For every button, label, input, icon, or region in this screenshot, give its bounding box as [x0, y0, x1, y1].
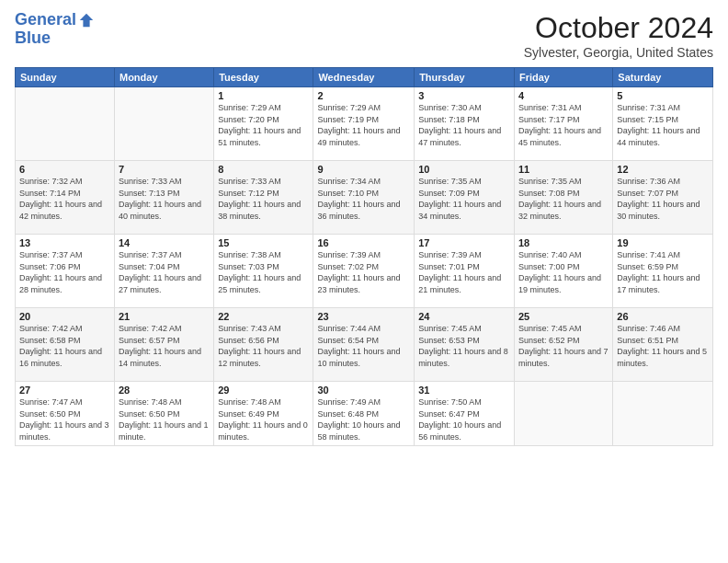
calendar-cell	[514, 382, 612, 446]
day-number: 26	[617, 311, 709, 322]
day-info: Sunrise: 7:46 AM Sunset: 6:51 PM Dayligh…	[617, 323, 709, 369]
day-number: 23	[317, 311, 410, 322]
day-number: 8	[218, 164, 309, 175]
header: General Blue October 2024 Sylvester, Geo…	[15, 11, 713, 60]
day-info: Sunrise: 7:30 AM Sunset: 7:18 PM Dayligh…	[418, 102, 510, 148]
day-number: 22	[218, 311, 309, 322]
day-number: 24	[418, 311, 510, 322]
calendar-cell: 20Sunrise: 7:42 AM Sunset: 6:58 PM Dayli…	[16, 308, 115, 382]
title-block: October 2024 Sylvester, Georgia, United …	[524, 11, 713, 60]
calendar-cell: 28Sunrise: 7:48 AM Sunset: 6:50 PM Dayli…	[114, 382, 213, 446]
calendar-cell: 10Sunrise: 7:35 AM Sunset: 7:09 PM Dayli…	[415, 161, 515, 235]
day-number: 14	[119, 237, 210, 248]
calendar-week-row: 13Sunrise: 7:37 AM Sunset: 7:06 PM Dayli…	[16, 235, 713, 308]
calendar-cell: 1Sunrise: 7:29 AM Sunset: 7:20 PM Daylig…	[214, 87, 313, 161]
month-title: October 2024	[524, 11, 713, 45]
day-number: 31	[418, 385, 510, 396]
day-info: Sunrise: 7:39 AM Sunset: 7:01 PM Dayligh…	[418, 249, 510, 295]
logo-text-general: General	[15, 11, 76, 29]
day-info: Sunrise: 7:48 AM Sunset: 6:49 PM Dayligh…	[218, 396, 309, 442]
day-info: Sunrise: 7:33 AM Sunset: 7:13 PM Dayligh…	[119, 176, 210, 222]
day-info: Sunrise: 7:47 AM Sunset: 6:50 PM Dayligh…	[19, 396, 110, 442]
day-info: Sunrise: 7:48 AM Sunset: 6:50 PM Dayligh…	[119, 396, 210, 442]
day-info: Sunrise: 7:37 AM Sunset: 7:06 PM Dayligh…	[19, 249, 110, 295]
calendar-cell: 31Sunrise: 7:50 AM Sunset: 6:47 PM Dayli…	[415, 382, 515, 446]
day-number: 9	[317, 164, 410, 175]
day-info: Sunrise: 7:42 AM Sunset: 6:57 PM Dayligh…	[119, 323, 210, 369]
logo: General Blue	[15, 11, 95, 48]
calendar: SundayMondayTuesdayWednesdayThursdayFrid…	[15, 67, 713, 446]
day-info: Sunrise: 7:35 AM Sunset: 7:08 PM Dayligh…	[518, 176, 609, 222]
calendar-cell: 30Sunrise: 7:49 AM Sunset: 6:48 PM Dayli…	[313, 382, 415, 446]
day-number: 12	[617, 164, 709, 175]
day-number: 15	[218, 237, 309, 248]
svg-marker-0	[80, 14, 93, 27]
day-info: Sunrise: 7:37 AM Sunset: 7:04 PM Dayligh…	[119, 249, 210, 295]
day-header-saturday: Saturday	[613, 68, 713, 87]
calendar-cell: 14Sunrise: 7:37 AM Sunset: 7:04 PM Dayli…	[114, 235, 213, 308]
calendar-cell: 19Sunrise: 7:41 AM Sunset: 6:59 PM Dayli…	[613, 235, 713, 308]
calendar-cell: 12Sunrise: 7:36 AM Sunset: 7:07 PM Dayli…	[613, 161, 713, 235]
day-number: 5	[617, 90, 709, 101]
day-number: 4	[518, 90, 609, 101]
day-number: 27	[19, 385, 110, 396]
calendar-cell: 11Sunrise: 7:35 AM Sunset: 7:08 PM Dayli…	[514, 161, 612, 235]
day-info: Sunrise: 7:29 AM Sunset: 7:19 PM Dayligh…	[317, 102, 410, 148]
calendar-cell	[114, 87, 213, 161]
day-number: 6	[19, 164, 110, 175]
day-info: Sunrise: 7:45 AM Sunset: 6:53 PM Dayligh…	[418, 323, 510, 369]
day-number: 1	[218, 90, 309, 101]
day-info: Sunrise: 7:49 AM Sunset: 6:48 PM Dayligh…	[317, 396, 410, 442]
logo-icon	[78, 12, 95, 29]
calendar-cell: 15Sunrise: 7:38 AM Sunset: 7:03 PM Dayli…	[214, 235, 313, 308]
day-info: Sunrise: 7:42 AM Sunset: 6:58 PM Dayligh…	[19, 323, 110, 369]
day-info: Sunrise: 7:45 AM Sunset: 6:52 PM Dayligh…	[518, 323, 609, 369]
day-number: 30	[317, 385, 410, 396]
calendar-cell: 7Sunrise: 7:33 AM Sunset: 7:13 PM Daylig…	[114, 161, 213, 235]
day-info: Sunrise: 7:31 AM Sunset: 7:17 PM Dayligh…	[518, 102, 609, 148]
day-info: Sunrise: 7:34 AM Sunset: 7:10 PM Dayligh…	[317, 176, 410, 222]
day-info: Sunrise: 7:38 AM Sunset: 7:03 PM Dayligh…	[218, 249, 309, 295]
day-header-thursday: Thursday	[415, 68, 515, 87]
day-number: 10	[418, 164, 510, 175]
calendar-cell: 22Sunrise: 7:43 AM Sunset: 6:56 PM Dayli…	[214, 308, 313, 382]
day-number: 25	[518, 311, 609, 322]
calendar-cell: 18Sunrise: 7:40 AM Sunset: 7:00 PM Dayli…	[514, 235, 612, 308]
day-info: Sunrise: 7:29 AM Sunset: 7:20 PM Dayligh…	[218, 102, 309, 148]
day-number: 16	[317, 237, 410, 248]
calendar-cell: 13Sunrise: 7:37 AM Sunset: 7:06 PM Dayli…	[16, 235, 115, 308]
day-number: 17	[418, 237, 510, 248]
day-info: Sunrise: 7:44 AM Sunset: 6:54 PM Dayligh…	[317, 323, 410, 369]
day-info: Sunrise: 7:31 AM Sunset: 7:15 PM Dayligh…	[617, 102, 709, 148]
day-number: 18	[518, 237, 609, 248]
logo-text-blue: Blue	[15, 29, 95, 48]
calendar-cell: 26Sunrise: 7:46 AM Sunset: 6:51 PM Dayli…	[613, 308, 713, 382]
calendar-cell: 6Sunrise: 7:32 AM Sunset: 7:14 PM Daylig…	[16, 161, 115, 235]
day-header-sunday: Sunday	[16, 68, 115, 87]
calendar-cell: 3Sunrise: 7:30 AM Sunset: 7:18 PM Daylig…	[415, 87, 515, 161]
day-info: Sunrise: 7:35 AM Sunset: 7:09 PM Dayligh…	[418, 176, 510, 222]
day-header-tuesday: Tuesday	[214, 68, 313, 87]
calendar-cell: 2Sunrise: 7:29 AM Sunset: 7:19 PM Daylig…	[313, 87, 415, 161]
day-number: 29	[218, 385, 309, 396]
day-number: 21	[119, 311, 210, 322]
calendar-cell: 24Sunrise: 7:45 AM Sunset: 6:53 PM Dayli…	[415, 308, 515, 382]
calendar-cell	[613, 382, 713, 446]
day-number: 28	[119, 385, 210, 396]
calendar-cell: 17Sunrise: 7:39 AM Sunset: 7:01 PM Dayli…	[415, 235, 515, 308]
page: General Blue October 2024 Sylvester, Geo…	[0, 0, 728, 563]
calendar-cell: 23Sunrise: 7:44 AM Sunset: 6:54 PM Dayli…	[313, 308, 415, 382]
day-number: 7	[119, 164, 210, 175]
day-info: Sunrise: 7:41 AM Sunset: 6:59 PM Dayligh…	[617, 249, 709, 295]
calendar-week-row: 27Sunrise: 7:47 AM Sunset: 6:50 PM Dayli…	[16, 382, 713, 446]
calendar-header-row: SundayMondayTuesdayWednesdayThursdayFrid…	[16, 68, 713, 87]
calendar-cell: 5Sunrise: 7:31 AM Sunset: 7:15 PM Daylig…	[613, 87, 713, 161]
calendar-cell: 4Sunrise: 7:31 AM Sunset: 7:17 PM Daylig…	[514, 87, 612, 161]
calendar-cell	[16, 87, 115, 161]
day-info: Sunrise: 7:50 AM Sunset: 6:47 PM Dayligh…	[418, 396, 510, 442]
day-header-monday: Monday	[114, 68, 213, 87]
calendar-cell: 16Sunrise: 7:39 AM Sunset: 7:02 PM Dayli…	[313, 235, 415, 308]
calendar-cell: 21Sunrise: 7:42 AM Sunset: 6:57 PM Dayli…	[114, 308, 213, 382]
calendar-cell: 25Sunrise: 7:45 AM Sunset: 6:52 PM Dayli…	[514, 308, 612, 382]
calendar-week-row: 1Sunrise: 7:29 AM Sunset: 7:20 PM Daylig…	[16, 87, 713, 161]
